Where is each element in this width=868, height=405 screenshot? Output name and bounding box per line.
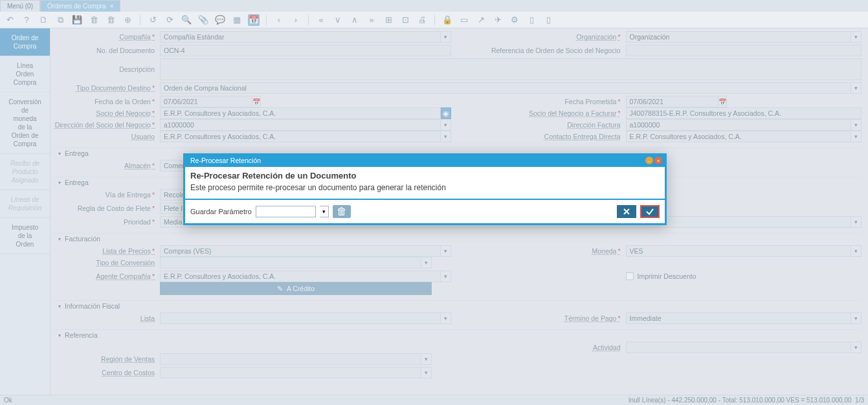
dropdown-icon[interactable]: ▾ <box>441 131 451 142</box>
field-socio[interactable] <box>160 107 441 119</box>
field-lista-precios[interactable] <box>160 245 441 257</box>
field-termino[interactable] <box>626 312 852 324</box>
field-centro[interactable] <box>160 367 421 378</box>
section-fiscal[interactable]: ▾Información Fiscal <box>53 300 862 312</box>
label-lista-precios[interactable]: Lista de Precios <box>53 247 160 255</box>
sidebar-item-linea-orden[interactable]: Línea Orden Compra <box>0 56 50 93</box>
grid-icon[interactable]: ▦ <box>231 14 243 26</box>
label-dir-socio[interactable]: Dirección del Socio del Negocio <box>53 121 160 129</box>
last-icon[interactable]: » <box>366 14 377 26</box>
field-referencia[interactable] <box>626 45 862 56</box>
dropdown-icon[interactable]: ▾ <box>441 270 451 282</box>
field-organizacion[interactable] <box>626 31 852 43</box>
field-dir-fact[interactable] <box>626 119 852 131</box>
help-icon[interactable]: ? <box>21 14 32 26</box>
field-lista[interactable] <box>160 312 441 324</box>
socio-lookup-icon[interactable]: ◉ <box>441 107 451 119</box>
ok-button[interactable] <box>640 205 660 218</box>
cancel-button[interactable] <box>617 205 636 218</box>
close-dialog-icon[interactable]: × <box>654 157 662 164</box>
next-icon[interactable]: › <box>290 14 302 26</box>
workflow-icon[interactable]: ↗ <box>475 14 487 26</box>
undo-icon[interactable]: ↺ <box>147 14 159 26</box>
dropdown-icon[interactable]: ▾ <box>441 312 451 324</box>
delete-icon[interactable]: 🗑 <box>88 14 100 26</box>
dropdown-icon[interactable]: ▾ <box>441 245 451 257</box>
dropdown-icon[interactable]: ▾ <box>851 342 862 353</box>
dropdown-icon[interactable]: ▾ <box>441 31 451 43</box>
trash-button[interactable]: 🗑 <box>333 205 351 218</box>
field-moneda[interactable] <box>626 245 852 257</box>
back-arrow-icon[interactable]: ↶ <box>4 14 16 26</box>
report-icon[interactable]: ⊞ <box>383 14 394 26</box>
label-termino[interactable]: Término de Pago <box>464 314 626 322</box>
tab-menu[interactable]: Menú (0) <box>0 0 40 12</box>
section-facturacion[interactable]: ▾Facturación <box>53 233 862 245</box>
field-dir-socio[interactable] <box>160 119 441 131</box>
label-contacto[interactable]: Contacto Entrega Directa <box>464 133 626 140</box>
label-organizacion[interactable]: Organización <box>464 33 626 41</box>
dropdown-icon[interactable]: ▾ <box>851 312 862 324</box>
field-actividad[interactable] <box>626 342 852 353</box>
label-socio-fact[interactable]: Socio del Negocio a Facturar <box>464 109 626 117</box>
dropdown-icon[interactable]: ▾ <box>320 206 329 217</box>
label-region[interactable]: Región de Ventas <box>53 355 160 363</box>
checkbox-imprimir[interactable] <box>626 272 634 280</box>
field-socio-fact[interactable] <box>626 107 862 119</box>
down-icon[interactable]: ∨ <box>332 14 344 26</box>
dropdown-icon[interactable]: ▾ <box>851 31 862 43</box>
label-socio[interactable]: Socio del Negocio <box>53 109 160 117</box>
tab-ordenes-compra[interactable]: Órdenes de Compra × <box>40 0 120 12</box>
field-fecha-orden[interactable] <box>160 96 252 107</box>
calendar-icon[interactable]: 📅 <box>718 96 727 107</box>
up-icon[interactable]: ∧ <box>349 14 361 26</box>
print-icon[interactable]: 🖨 <box>416 14 428 26</box>
label-tipo-doc[interactable]: Tipo Documento Destino <box>53 84 160 92</box>
field-tipo-doc[interactable] <box>160 82 851 94</box>
first-icon[interactable]: « <box>315 14 327 26</box>
label-usuario[interactable]: Usuario <box>53 133 160 140</box>
sidebar-item-orden-compra[interactable]: Orden de Compra <box>0 28 50 56</box>
label-centro[interactable]: Centro de Costos <box>53 369 160 377</box>
dropdown-icon[interactable]: ▾ <box>441 119 451 131</box>
field-usuario[interactable] <box>160 131 441 142</box>
dropdown-icon[interactable]: ▾ <box>421 257 432 268</box>
refresh-icon[interactable]: ⟳ <box>164 14 175 26</box>
field-region[interactable] <box>160 353 421 365</box>
prev-icon[interactable]: ‹ <box>273 14 285 26</box>
guardar-parametro-combo[interactable] <box>256 206 316 217</box>
dropdown-icon[interactable]: ▾ <box>851 216 862 228</box>
new-doc-icon[interactable]: 🗋 <box>38 14 49 26</box>
field-fecha-prometida[interactable] <box>626 96 718 107</box>
label-compania[interactable]: Compañía <box>53 33 160 41</box>
search-icon[interactable]: 🔍 <box>181 14 192 26</box>
field-tipo-conv[interactable] <box>160 257 421 268</box>
save-icon[interactable]: 💾 <box>71 14 83 26</box>
send-icon[interactable]: ✈ <box>492 14 504 26</box>
info1-icon[interactable]: ▯ <box>526 14 537 26</box>
field-contacto[interactable] <box>626 131 852 142</box>
section-referencia[interactable]: ▾Referencia <box>53 329 862 342</box>
field-agente[interactable] <box>160 270 441 282</box>
dialog-titlebar[interactable]: Re-Procesar Retención – × <box>185 155 665 167</box>
archive-icon[interactable]: ⊡ <box>399 14 411 26</box>
label-actividad[interactable]: Actividad <box>464 344 626 351</box>
label-tipo-conv[interactable]: Tipo de Conversión <box>53 259 160 267</box>
a-credito-button[interactable]: ✎A Crédito <box>160 282 432 295</box>
dropdown-icon[interactable]: ▾ <box>851 131 862 142</box>
label-agente[interactable]: Agente Compañía <box>53 272 160 280</box>
attach-icon[interactable]: 📎 <box>197 14 209 26</box>
gear-icon[interactable]: ⚙ <box>509 14 520 26</box>
label-almacen[interactable]: Almacén <box>53 162 160 170</box>
close-icon[interactable]: × <box>110 3 114 10</box>
dropdown-icon[interactable]: ▾ <box>421 367 432 378</box>
label-lista[interactable]: Lista <box>53 314 160 322</box>
dropdown-icon[interactable]: ▾ <box>851 245 862 257</box>
lock-icon[interactable]: 🔒 <box>441 14 453 26</box>
label-dir-fact[interactable]: Dirección Factura <box>464 121 626 129</box>
dropdown-icon[interactable]: ▾ <box>421 353 432 365</box>
chat-icon[interactable]: 💬 <box>214 14 226 26</box>
label-moneda[interactable]: Moneda <box>464 247 626 255</box>
field-no-documento[interactable] <box>160 45 451 56</box>
field-descripcion[interactable] <box>160 58 862 80</box>
